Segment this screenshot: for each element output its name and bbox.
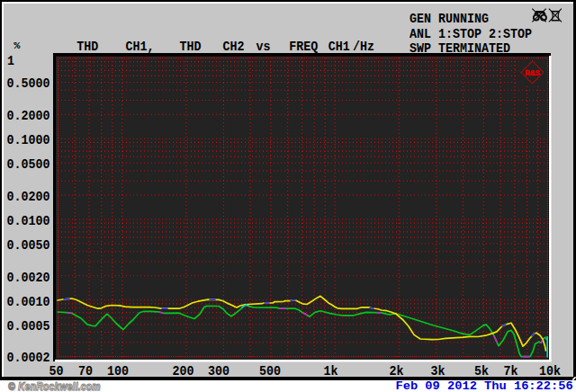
svg-text:R&S: R&S [525,68,540,78]
